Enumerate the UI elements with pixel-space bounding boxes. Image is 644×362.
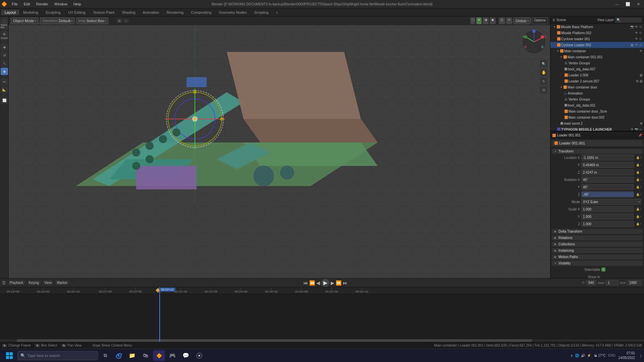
outliner-item-loader-secure-007[interactable]: Loader 2 secure.007 ⊞ ▥ [550, 78, 644, 84]
restrict-icon-2[interactable]: ⊙ [639, 37, 643, 41]
outliner-item-door-scre[interactable]: Main container door_Scre [550, 108, 644, 114]
visibility-header[interactable]: ▾ Visibility [552, 261, 643, 266]
timeline-ruler[interactable]: 00:19+08 00:20+00 00:20+16 00:21+08 00:2… [0, 287, 644, 294]
outliner-item-bool-001[interactable]: bool_obj_data.001 [550, 102, 644, 108]
collections-header[interactable]: ▶ Collections [552, 242, 643, 247]
timeline-scroll-thumb[interactable] [17, 339, 532, 342]
cam-icon-17[interactable]: 📷 [634, 127, 638, 131]
taskbar-edge[interactable] [113, 350, 125, 361]
overlay-btn-vp[interactable]: ◫ [499, 17, 505, 24]
rotation-mode-value[interactable]: XYZ Euler ▾ [581, 199, 641, 205]
measure-tool[interactable]: 📐 [1, 86, 8, 94]
outliner-item-typhoon[interactable]: TYPHOON MISSILE LAUNCHER 👁 📷 ⊙ [550, 126, 644, 131]
relations-header[interactable]: ▶ Relations [552, 235, 643, 240]
global-dropdown[interactable]: Global ▾ [513, 17, 531, 24]
end-frame-input[interactable]: 1000 [627, 280, 642, 285]
drag-dropdown[interactable]: Drag: Select Box ▾ [76, 17, 109, 24]
eye-icon-2[interactable]: 👁 [634, 37, 638, 41]
annotate-tool[interactable]: ✏ [1, 78, 8, 85]
vis-icon-17[interactable]: 👁 [630, 127, 634, 131]
scale-lock-z[interactable]: 🔒 [636, 222, 640, 226]
res-icon-17[interactable]: ⊙ [639, 127, 643, 131]
tab-scripting[interactable]: Scripting [251, 10, 272, 15]
rot-lock-y[interactable]: 🔒 [636, 185, 640, 189]
outliner-item-bool-007[interactable]: bool_obj_data.007 [550, 66, 644, 72]
eye-icon-3[interactable]: 👁 [634, 43, 638, 47]
outliner-item-cyclone-001[interactable]: Cyclone loader 001 👁 ⊙ [550, 36, 644, 42]
show-desktop-btn[interactable]: | [640, 354, 641, 358]
rot-lock-x[interactable]: 🔒 [636, 178, 640, 181]
3d-scene[interactable]: User Perspective (540) Main containter |… [9, 16, 550, 278]
rot-dot-x[interactable]: • [640, 178, 641, 181]
scale-z-value[interactable]: 1.000 [581, 221, 634, 227]
step-forward-btn[interactable]: ▶ [331, 280, 334, 286]
taskbar-clock[interactable]: 07:01 14/05/2022 [618, 351, 638, 360]
mode-dropdown[interactable]: Object Mode ▾ [11, 17, 39, 24]
taskbar-discord[interactable]: 💬 [180, 350, 192, 361]
taskbar-store[interactable]: 🛍 [140, 350, 152, 361]
start-frame-input[interactable]: 1 [605, 280, 619, 285]
blender-logo[interactable]: 🔶 [1, 1, 7, 7]
timeline-scrollbar[interactable] [0, 339, 644, 342]
minimize-btn[interactable]: — [612, 1, 622, 7]
eye-icon-0[interactable]: 👁 [634, 25, 638, 29]
rendered-btn[interactable]: ◉ [490, 17, 496, 24]
scale-tool[interactable]: ⤡ [1, 60, 8, 67]
taskbar-blender[interactable]: 🔶 [153, 350, 165, 361]
chevron-up-icon[interactable]: ∧ [571, 354, 573, 357]
outliner-item-loader-006[interactable]: Loader 2.006 ▥ [550, 72, 644, 78]
orbit-icon[interactable]: ↻ [540, 77, 547, 85]
outliner-item-door-002[interactable]: Main container door.002 [550, 114, 644, 120]
xray-btn[interactable]: ⊙ [506, 17, 512, 24]
current-frame-input[interactable]: 540 [586, 280, 596, 285]
properties-pin-icon[interactable]: 📌 [638, 134, 642, 137]
tab-modeling[interactable]: Modeling [20, 10, 42, 15]
jump-to-start-btn[interactable]: ⏮ [303, 280, 308, 286]
tab-texture-paint[interactable]: Texture Paint [90, 10, 118, 15]
outliner-item-turret-2[interactable]: main turret 2 ⊞ [550, 120, 644, 126]
dot-z-icon[interactable]: • [640, 171, 641, 174]
options-btn[interactable]: Options [532, 17, 548, 24]
restrict-icon-0[interactable]: ⊙ [639, 25, 643, 29]
delta-transform-header[interactable]: ▶ Delta Transform [552, 229, 643, 234]
scale-dot-x[interactable]: • [640, 207, 641, 211]
frame-all-icon[interactable]: ⊡ [540, 86, 547, 94]
location-x-value[interactable]: -1.1591 m [581, 155, 634, 161]
pan-icon[interactable]: ✋ [540, 69, 547, 76]
zoom-icon[interactable]: 🔍 [540, 60, 547, 67]
outliner-item-main-container-001[interactable]: ▾ Main container 001.001 [550, 54, 644, 60]
rotate-tool[interactable]: ↺ [1, 52, 8, 59]
outliner-item-container-door[interactable]: ▾ Main container door [550, 84, 644, 90]
taskbar-search-bar[interactable]: 🔍 Type here to search [17, 351, 98, 360]
viewport-3d[interactable]: Object Mode ▾ Orientation: Default ▾ Dra… [9, 16, 550, 278]
close-btn[interactable]: ✕ [634, 1, 643, 7]
motion-paths-header[interactable]: ▶ Motion Paths [552, 254, 643, 259]
tab-rendering[interactable]: Rendering [163, 10, 187, 15]
taskbar-task-view[interactable]: ⧉ [99, 350, 111, 361]
taskbar-steam[interactable]: 🎮 [166, 350, 178, 361]
outliner-item-missile-platform[interactable]: Missile Platform.002 👁 ⊙ [550, 30, 644, 36]
timeline-content[interactable] [0, 294, 644, 342]
lock-y-icon[interactable]: 🔒 [636, 163, 640, 167]
camera-icon-0[interactable]: 📷 [630, 25, 634, 29]
dot-x-icon[interactable]: • [640, 156, 641, 159]
tab-geometry-nodes[interactable]: Geometry Nodes [215, 10, 250, 15]
view-btn[interactable]: View [43, 281, 53, 285]
outliner-item-vertex-groups-2[interactable]: ⊞ Vertex Groups [550, 96, 644, 102]
transform-section-header[interactable]: ▾ Transform [552, 149, 643, 154]
timeline-menu-icon[interactable]: ☰ [2, 281, 6, 285]
orientation-dropdown[interactable]: Orientation: Default ▾ [40, 17, 74, 24]
jump-to-end-btn[interactable]: ⏭ [343, 280, 347, 286]
step-back-btn[interactable]: ◀ [316, 280, 320, 286]
battery-icon[interactable]: ⚡ [587, 354, 591, 357]
rotation-y-value[interactable]: 45° [581, 184, 634, 190]
restrict-icon-1[interactable]: ⊙ [639, 31, 643, 35]
eye-icon-1[interactable]: 👁 [634, 31, 638, 35]
menu-file[interactable]: File [9, 1, 20, 7]
rot-dot-z[interactable]: • [640, 193, 641, 196]
lock-x-icon[interactable]: 🔒 [636, 156, 640, 159]
wireframe-btn[interactable]: ⎕ [470, 17, 475, 24]
move-tool[interactable]: ✥ [1, 44, 8, 51]
marker-btn[interactable]: Marker [56, 281, 69, 285]
play-pause-btn[interactable]: ▶ [321, 279, 329, 287]
